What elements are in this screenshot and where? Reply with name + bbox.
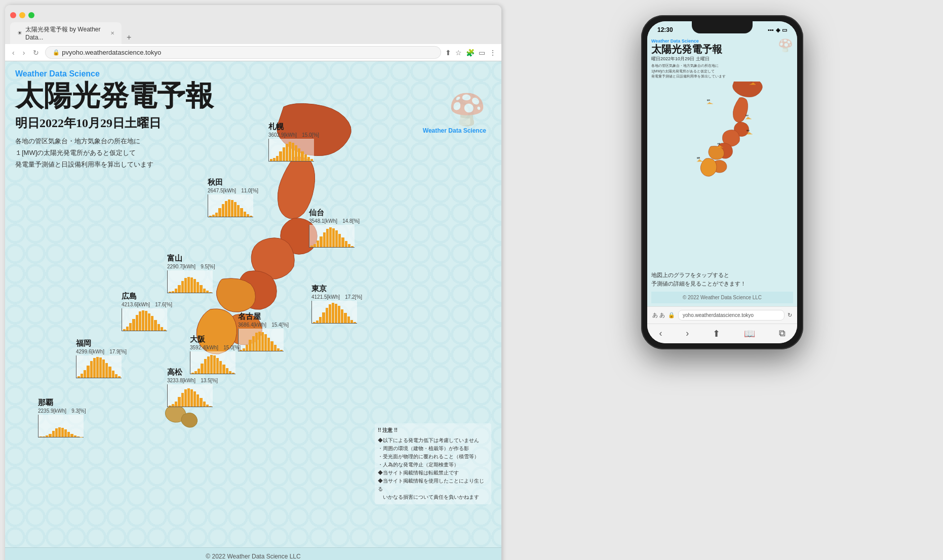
phone-address-prefix: あ あ bbox=[652, 311, 665, 319]
phone-date: 曜日2022年10月29日 土曜日 bbox=[651, 56, 726, 62]
svg-rect-32 bbox=[720, 146, 721, 147]
more-icon[interactable]: ⋮ bbox=[489, 49, 496, 57]
browser-window: ☀ 太陽光発電予報 by Weather Data... ✕ + ‹ › ↻ 🔒… bbox=[5, 5, 501, 560]
svg-rect-6 bbox=[755, 84, 756, 85]
svg-rect-31 bbox=[719, 145, 720, 147]
svg-rect-40 bbox=[701, 161, 702, 162]
svg-rect-18 bbox=[749, 117, 750, 119]
active-tab[interactable]: ☀ 太陽光発電予報 by Weather Data... ✕ bbox=[10, 22, 122, 44]
svg-rect-29 bbox=[717, 147, 718, 147]
phone-reload-icon[interactable]: ↻ bbox=[788, 312, 792, 318]
reload-button[interactable]: ↻ bbox=[31, 48, 41, 58]
svg-text:仙台: 仙台 bbox=[745, 114, 749, 116]
svg-rect-38 bbox=[699, 159, 700, 162]
star-icon[interactable]: ☆ bbox=[455, 49, 462, 57]
phone-forward-icon[interactable]: › bbox=[686, 328, 689, 339]
phone-address-bar: あ あ 🔒 yoho.weatherdatascience.tokyo ↻ bbox=[647, 306, 797, 324]
new-tab-button[interactable]: + bbox=[123, 31, 135, 44]
phone-notch bbox=[692, 21, 753, 33]
description: 各地の管区気象台・地方気象台の所在地に １[MW]の太陽光発電所があると仮定して… bbox=[15, 135, 491, 171]
phone-footer-area: 地図上のグラフをタップすると予測値の詳細を見ることができます！ © 2022 W… bbox=[647, 268, 797, 306]
svg-text:東京: 東京 bbox=[746, 130, 750, 132]
svg-text:大阪: 大阪 bbox=[717, 143, 721, 145]
svg-rect-12 bbox=[711, 103, 712, 104]
phone-screen: 12:30 ▪▪▪ ◈ ▭ Weather Data Science 太陽光発電… bbox=[647, 21, 797, 343]
phone-copyright: © 2022 Weather Data Science LLC bbox=[651, 292, 793, 303]
lock-icon: 🔒 bbox=[53, 49, 60, 56]
tab-close-button[interactable]: ✕ bbox=[110, 30, 114, 36]
svg-rect-1 bbox=[750, 84, 751, 85]
svg-rect-22 bbox=[746, 134, 748, 134]
phone-main-title: 太陽光発電予報 bbox=[651, 44, 726, 55]
phone-nav-bar: ‹ › ⬆ 📖 ⧉ bbox=[647, 324, 797, 343]
right-side: 12:30 ▪▪▪ ◈ ▭ Weather Data Science 太陽光発電… bbox=[501, 0, 943, 560]
svg-rect-41 bbox=[702, 161, 703, 162]
svg-rect-13 bbox=[712, 103, 713, 104]
phone-share-icon[interactable]: ⬆ bbox=[713, 328, 720, 339]
back-button[interactable]: ‹ bbox=[10, 48, 17, 58]
minimize-button[interactable] bbox=[19, 12, 25, 18]
phone-mushroom-logo: 🍄 bbox=[778, 38, 793, 53]
address-actions: ⬆ ☆ 🧩 ▭ ⋮ bbox=[445, 49, 496, 57]
svg-rect-4 bbox=[753, 83, 754, 85]
date-line: 明日2022年10月29日土曜日 bbox=[15, 115, 491, 131]
address-bar: ‹ › ↻ 🔒 pvyoho.weatherdatascience.tokyo … bbox=[5, 44, 501, 61]
svg-rect-9 bbox=[708, 103, 709, 104]
phone-bookmarks-icon[interactable]: 📖 bbox=[744, 328, 755, 339]
phone-time: 12:30 bbox=[657, 26, 673, 33]
phone-url-field[interactable]: yoho.weatherdatascience.tokyo bbox=[678, 310, 784, 321]
wifi-icon: ◈ bbox=[776, 27, 780, 33]
svg-rect-30 bbox=[718, 146, 719, 147]
reader-icon[interactable]: ▭ bbox=[479, 49, 485, 57]
phone-page: Weather Data Science 太陽光発電予報 曜日2022年10月2… bbox=[647, 35, 797, 268]
phone-device: 12:30 ▪▪▪ ◈ ▭ Weather Data Science 太陽光発電… bbox=[641, 15, 803, 349]
svg-rect-19 bbox=[750, 118, 751, 119]
page-content: Weather Data Science 太陽光発電予報 明日2022年10月2… bbox=[5, 61, 501, 560]
signal-icon: ▪▪▪ bbox=[768, 27, 774, 33]
phone-tap-text: 地図上のグラフをタップすると予測値の詳細を見ることができます！ bbox=[651, 271, 793, 289]
close-button[interactable] bbox=[10, 12, 16, 18]
svg-rect-25 bbox=[750, 132, 751, 134]
svg-rect-37 bbox=[698, 160, 699, 162]
desc-line2: １[MW]の太陽光発電所があると仮定して bbox=[15, 147, 491, 158]
brand-title: Weather Data Science bbox=[15, 69, 491, 78]
svg-text:福岡: 福岡 bbox=[696, 157, 700, 159]
maximize-button[interactable] bbox=[28, 12, 34, 18]
svg-rect-24 bbox=[749, 132, 750, 134]
svg-rect-27 bbox=[752, 134, 753, 134]
svg-rect-3 bbox=[752, 83, 753, 85]
svg-rect-10 bbox=[709, 102, 710, 104]
page-inner: Weather Data Science 太陽光発電予報 明日2022年10月2… bbox=[5, 61, 501, 560]
phone-url-text: yoho.weatherdatascience.tokyo bbox=[683, 312, 754, 318]
svg-rect-8 bbox=[707, 103, 708, 104]
svg-rect-20 bbox=[751, 118, 752, 119]
phone-tabs-icon[interactable]: ⧉ bbox=[779, 328, 785, 339]
tab-bar: ☀ 太陽光発電予報 by Weather Data... ✕ + bbox=[10, 22, 496, 44]
share-icon[interactable]: ⬆ bbox=[445, 49, 451, 57]
main-title: 太陽光発電予報 bbox=[15, 81, 491, 112]
extensions-icon[interactable]: 🧩 bbox=[466, 49, 475, 57]
desc-line1: 各地の管区気象台・地方気象台の所在地に bbox=[15, 135, 491, 147]
forward-button[interactable]: › bbox=[21, 48, 27, 58]
svg-rect-2 bbox=[751, 84, 752, 85]
phone-brand: Weather Data Science bbox=[651, 38, 726, 44]
svg-rect-36 bbox=[697, 161, 698, 162]
svg-rect-39 bbox=[700, 159, 701, 162]
phone-lock-icon: 🔒 bbox=[668, 312, 675, 318]
browser-chrome: ☀ 太陽光発電予報 by Weather Data... ✕ + bbox=[5, 5, 501, 44]
phone-status-right: ▪▪▪ ◈ ▭ bbox=[768, 27, 787, 33]
phone-back-icon[interactable]: ‹ bbox=[659, 328, 662, 339]
desc-line3: 発電量予測値と日設備利用率を算出しています bbox=[15, 158, 491, 170]
svg-rect-26 bbox=[751, 133, 752, 134]
svg-rect-23 bbox=[748, 133, 749, 134]
url-field[interactable]: 🔒 pvyoho.weatherdatascience.tokyo bbox=[45, 46, 441, 59]
svg-rect-16 bbox=[746, 118, 748, 119]
svg-text:札幌: 札幌 bbox=[749, 82, 753, 82]
svg-rect-15 bbox=[745, 118, 746, 119]
svg-rect-33 bbox=[721, 146, 722, 147]
phone-map-area[interactable]: 札幌 秋田 bbox=[651, 82, 793, 193]
svg-rect-5 bbox=[754, 83, 755, 85]
url-text: pvyoho.weatherdatascience.tokyo bbox=[62, 49, 161, 56]
phone-desc: 各地の管区気象台・地方気象台の所在地に1[MW]の太陽光発電所があると仮定して発… bbox=[651, 63, 726, 79]
traffic-lights bbox=[10, 9, 496, 22]
